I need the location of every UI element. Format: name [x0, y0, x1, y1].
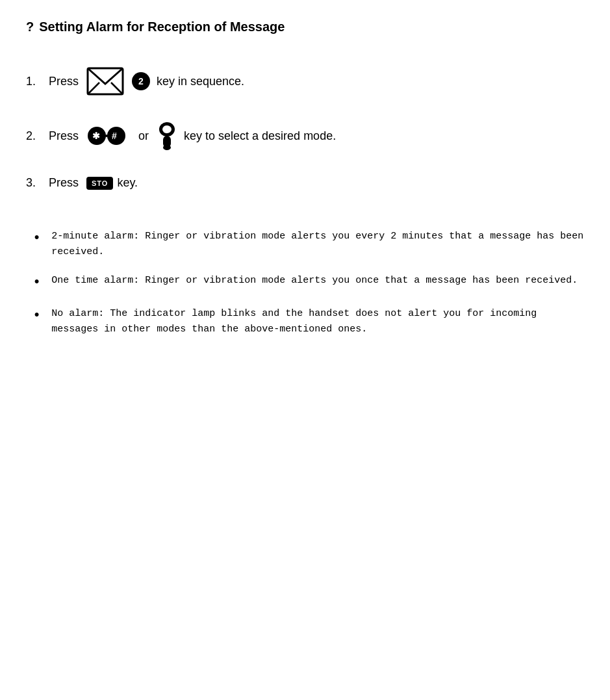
steps-container: 1. Press 2 key in sequence. 2. Press ✱ — [26, 67, 584, 190]
svg-text:#: # — [112, 131, 117, 141]
sto-button-icon: STO — [86, 177, 113, 190]
step-3-number: 3. — [26, 176, 42, 190]
badge-number: 2 — [132, 72, 150, 90]
bullet-text-3: No alarm: The indicator lamp blinks and … — [51, 306, 584, 337]
bullet-dot-1: • — [32, 227, 41, 249]
bullet-item-1: • 2-minute alarm: Ringer or vibration mo… — [32, 229, 584, 260]
step-1-press-label: Press — [49, 75, 79, 88]
svg-text:✱: ✱ — [92, 131, 100, 141]
nav-keys-icon: ✱ # — [86, 125, 127, 147]
svg-point-11 — [163, 145, 171, 150]
or-label: or — [138, 129, 149, 143]
step-2-press-label: Press — [49, 129, 79, 143]
step-2: 2. Press ✱ # or — [26, 122, 584, 150]
title-text: Setting Alarm for Reception of Message — [39, 19, 285, 34]
svg-point-9 — [162, 125, 172, 133]
step-2-number: 2. — [26, 129, 42, 143]
bullet-dot-3: • — [32, 305, 41, 326]
page-title: ? Setting Alarm for Reception of Message — [26, 19, 584, 34]
step-3: 3. Press STO key. — [26, 176, 584, 190]
step-3-press-label: Press — [49, 176, 79, 190]
bullet-text-1: 2-minute alarm: Ringer or vibration mode… — [51, 229, 584, 260]
step-1-number: 1. — [26, 75, 42, 88]
step-1-description: key in sequence. — [157, 75, 244, 88]
envelope-icon — [86, 67, 124, 96]
step-1: 1. Press 2 key in sequence. — [26, 67, 584, 96]
bullet-item-2: • One time alarm: Ringer or vibration mo… — [32, 273, 584, 293]
bullet-text-2: One time alarm: Ringer or vibration mode… — [51, 273, 584, 289]
step-2-description: key to select a desired mode. — [184, 129, 336, 143]
bullet-list: • 2-minute alarm: Ringer or vibration mo… — [26, 229, 584, 337]
step-3-description: key. — [117, 176, 138, 190]
bullet-item-3: • No alarm: The indicator lamp blinks an… — [32, 306, 584, 337]
earpiece-icon — [155, 122, 179, 150]
bullet-dot-2: • — [32, 272, 41, 293]
question-mark-icon: ? — [26, 19, 34, 34]
